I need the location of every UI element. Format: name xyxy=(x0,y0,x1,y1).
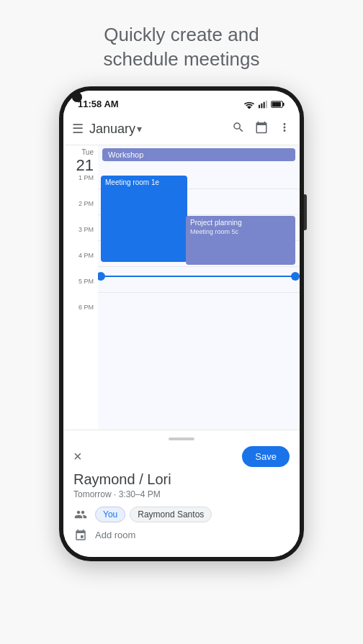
status-time: 11:58 AM xyxy=(78,99,119,109)
close-button[interactable]: × xyxy=(73,449,82,463)
status-bar: 11:58 AM xyxy=(63,91,300,114)
search-icon[interactable] xyxy=(232,121,245,137)
svg-rect-6 xyxy=(272,101,281,106)
event-blue-label: Meeting room 1e xyxy=(105,178,159,186)
time-column: Tue 21 1 PM 2 PM 3 PM 4 PM 5 PM 6 PM xyxy=(63,145,98,430)
headline: Quickly create and schedule meetings xyxy=(75,0,289,86)
slider-thumb-left[interactable] xyxy=(98,272,105,281)
event-time: Tomorrow · 3:30–4 PM xyxy=(73,489,290,499)
status-icons xyxy=(243,100,285,109)
scroll-indicator xyxy=(169,437,194,440)
event-purple-sub: Meeting room 5c xyxy=(190,228,291,235)
raymond-chip[interactable]: Raymond Santos xyxy=(130,507,212,522)
phone-side-button xyxy=(304,194,307,230)
slider-thumb-right[interactable] xyxy=(291,272,300,281)
menu-icon[interactable]: ☰ xyxy=(72,121,84,137)
date-label: Tue 21 xyxy=(63,145,98,178)
signal-icon xyxy=(258,100,268,109)
people-chips: You Raymond Santos xyxy=(95,507,212,522)
time-slot-6pm: 6 PM xyxy=(63,307,98,333)
event-purple-block[interactable]: Project planning Meeting room 5c xyxy=(186,216,295,265)
svg-rect-0 xyxy=(259,104,260,108)
bottom-actions: × Save xyxy=(73,446,290,467)
add-room-row[interactable]: Add room xyxy=(73,528,290,543)
more-icon[interactable] xyxy=(278,121,291,137)
svg-rect-2 xyxy=(264,101,265,108)
battery-icon xyxy=(271,100,285,109)
wifi-icon xyxy=(243,100,255,109)
event-blue-block[interactable]: Meeting room 1e xyxy=(101,176,187,262)
svg-rect-5 xyxy=(282,102,284,105)
bottom-panel: × Save Raymond / Lori Tomorrow · 3:30–4 … xyxy=(63,430,300,557)
calendar-icon[interactable] xyxy=(255,121,268,137)
event-purple-label: Project planning xyxy=(190,219,291,227)
attendees-row: You Raymond Santos xyxy=(73,507,290,522)
event-title: Raymond / Lori xyxy=(73,471,290,488)
calendar-month-title[interactable]: January ▾ xyxy=(89,122,142,137)
people-icon xyxy=(73,507,88,522)
phone-screen: 11:58 AM xyxy=(63,91,300,557)
calendar-body: Tue 21 1 PM 2 PM 3 PM 4 PM 5 PM 6 PM Wor… xyxy=(63,145,300,430)
calendar-header: ☰ January ▾ xyxy=(63,114,300,145)
all-day-event[interactable]: Workshop xyxy=(102,148,295,161)
save-button[interactable]: Save xyxy=(242,446,290,467)
events-grid: Meeting room 1e Project planning Meeting… xyxy=(98,163,300,427)
day-name: Tue xyxy=(68,148,94,156)
time-range-slider[interactable] xyxy=(101,269,295,284)
add-room-label[interactable]: Add room xyxy=(95,530,135,540)
you-chip[interactable]: You xyxy=(95,507,125,522)
room-icon xyxy=(73,528,88,543)
svg-rect-1 xyxy=(261,103,262,108)
camera-cutout xyxy=(72,92,82,102)
time-slots: 1 PM 2 PM 3 PM 4 PM 5 PM 6 PM xyxy=(63,178,98,333)
slider-track xyxy=(101,276,295,277)
phone-frame: 11:58 AM xyxy=(59,86,304,561)
day-number: 21 xyxy=(68,156,94,175)
calendar-header-actions xyxy=(232,121,291,137)
svg-rect-3 xyxy=(266,100,267,108)
events-column: Workshop Meeting room 1e xyxy=(98,145,300,430)
